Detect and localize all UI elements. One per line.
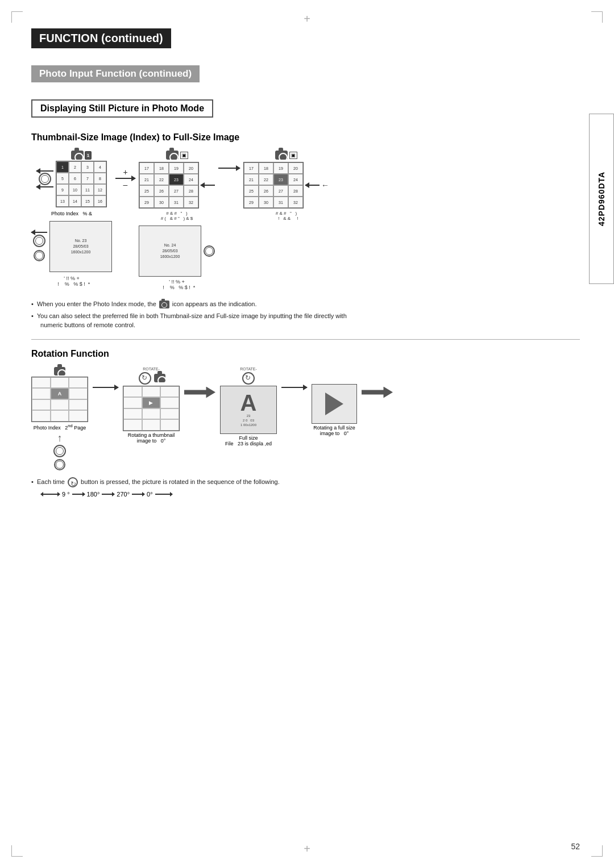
rotation-notes: Each time button is pressed, the picture…: [31, 477, 580, 498]
rot-arrow-1: [93, 387, 118, 388]
rotate-btn-inline: [68, 477, 78, 487]
section-header-block: Displaying Still Picture in Photo Mode: [31, 99, 580, 122]
big-arrow-1: [184, 387, 215, 398]
photo-idx-box-1: A: [31, 377, 88, 422]
fullsize-box-2: No. 2428/05/031600x1200: [139, 226, 201, 277]
rot-camera-1: [54, 367, 65, 375]
main-header: FUNCTION (continued): [31, 28, 171, 48]
photo-idx-box-2: ▶: [123, 386, 180, 431]
arrow-left-top: [36, 170, 53, 172]
photo-index-label-1: Photo Index % &: [51, 211, 92, 216]
seq-arrow-2: [102, 494, 114, 495]
remote-nav-1: [33, 235, 45, 247]
inline-camera-icon: [159, 301, 169, 308]
arrow-left-grid2: [201, 185, 215, 186]
corner-mark-tr: [591, 11, 603, 23]
model-tab: 42PD960DTA: [589, 114, 614, 284]
section-divider: [31, 339, 580, 340]
corner-mark-bl: [11, 845, 23, 857]
note-2: You can also select the preferred file i…: [31, 311, 580, 330]
rotate-label-1: ROTATE-: [143, 367, 160, 371]
thumbnail-subtitle: Thumbnail-Size Image (Index) to Full-Siz…: [31, 132, 580, 143]
rotating-full-label: Rotating a full sizeimage to 0°: [313, 425, 355, 436]
arrow-right-1: [115, 178, 135, 179]
crosshair-top: +: [304, 12, 310, 26]
note-1: When you enter the Photo Index mode, the…: [31, 299, 580, 309]
corner-mark-br: [591, 845, 603, 857]
thumbnail-diagram: 1 1 2 3 4 5 6 7 8 9 10: [31, 151, 580, 290]
crosshair-bottom: +: [304, 842, 310, 856]
main-content: FUNCTION (continued) Photo Input Functio…: [31, 28, 580, 840]
rot-camera-2: [154, 374, 165, 382]
remote-circle-left: [39, 173, 51, 185]
page-number: 52: [571, 842, 580, 851]
arrow-left-fs1: [31, 232, 47, 233]
rotating-thumbnail-label: Rotating a thumbnailimage to 0°: [128, 432, 175, 444]
rotate-btn-icon-1: [139, 372, 151, 385]
fullsize-a-box: A 232 0 031 00x1200: [220, 386, 277, 434]
arrow-left-bottom: [36, 186, 53, 187]
seq-arrow-4: [155, 494, 172, 495]
rotate-btn-icon-2: [242, 372, 255, 385]
rotate-label-2: ROTATE-: [240, 367, 257, 371]
sub-header-block: Photo Input Function (continued): [31, 65, 580, 89]
arrow-left-grid3: [305, 185, 320, 186]
camera-icon-3: [275, 151, 288, 160]
arrow-right-2: [218, 168, 240, 169]
seq-start-arrow: [43, 494, 60, 495]
rotation-sequence: 9 ° 180° 270° 0°: [43, 491, 580, 498]
seq-arrow-1: [72, 494, 85, 495]
rotation-diagram-top: A Photo Index 2nd Page ↑: [31, 367, 580, 470]
camera-icon-2: [166, 151, 179, 160]
rotation-title: Rotation Function: [31, 349, 580, 359]
corner-mark-tl: [11, 11, 23, 23]
rot-arrow-2: [281, 387, 307, 388]
rotation-note: Each time button is pressed, the picture…: [31, 477, 580, 487]
remote-nav-2: [34, 250, 45, 261]
seq-arrow-3: [132, 494, 144, 495]
thumb-grid-3: 17 18 19 20 21 22 23 24 25 26 27 28 29 3…: [243, 162, 304, 208]
rot-remote-1: [53, 445, 66, 457]
thumbnail-notes: When you enter the Photo Index mode, the…: [31, 299, 580, 330]
full-size-label: Full sizeFile 23 is displa ,ed: [225, 435, 272, 446]
thumb-grid-1: 1 2 3 4 5 6 7 8 9 10 11 12 13: [56, 161, 107, 207]
play-symbol-box: [312, 384, 357, 424]
big-arrow-2: [362, 387, 393, 398]
camera-icon-1: [71, 151, 84, 160]
sub-header: Photo Input Function (continued): [31, 65, 200, 82]
main-header-block: FUNCTION (continued): [31, 28, 580, 55]
photo-idx-label: Photo Index 2nd Page: [34, 423, 86, 431]
rot-remote-2: [54, 459, 65, 470]
fullsize-box-1: No. 2328/05/031600x1200: [49, 221, 112, 272]
remote-nav-3: [204, 245, 215, 257]
section-header: Displaying Still Picture in Photo Mode: [31, 99, 213, 118]
play-triangle: [325, 393, 343, 415]
thumb-grid-2: 17 18 19 20 21 22 23 24 25 26 27 28 29 3…: [139, 162, 199, 208]
